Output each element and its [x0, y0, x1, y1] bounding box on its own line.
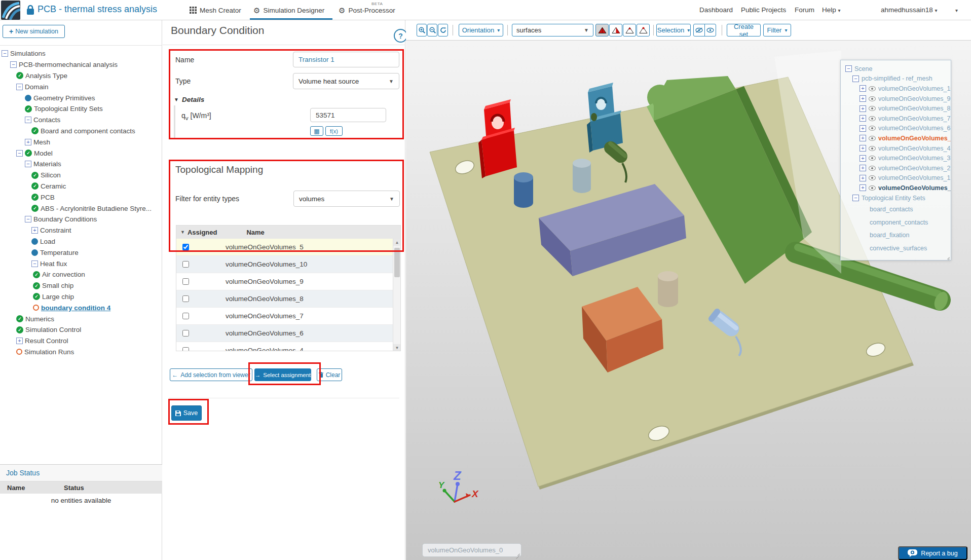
collapse-icon[interactable]: −	[2, 50, 8, 57]
scroll-down-icon[interactable]: ▼	[393, 344, 401, 351]
tree-item[interactable]: −Contacts	[0, 115, 162, 126]
tree-item[interactable]: Temperature	[0, 247, 162, 258]
render-mode-solid-button[interactable]	[595, 24, 609, 36]
table-row[interactable]: volumeOnGeoVolumes_9	[176, 273, 393, 290]
assigned-checkbox[interactable]	[182, 313, 189, 319]
add-selection-button[interactable]: ← Add selection from viewer	[170, 368, 252, 381]
render-mode-wireframe-button[interactable]	[623, 24, 636, 36]
expand-icon[interactable]: +	[16, 338, 23, 344]
collapse-icon[interactable]: −	[25, 117, 31, 123]
expand-icon[interactable]: +	[25, 139, 31, 145]
assigned-checkbox[interactable]	[182, 295, 189, 302]
assigned-checkbox[interactable]	[182, 330, 189, 337]
refresh-button[interactable]	[438, 24, 448, 36]
eye-icon[interactable]	[869, 146, 876, 151]
assigned-column-header[interactable]: Assigned	[188, 229, 217, 236]
table-scrollbar[interactable]: ▲ ▼	[393, 239, 400, 351]
render-mode-points-button[interactable]	[637, 24, 650, 36]
create-set-button[interactable]: Create set	[727, 24, 761, 36]
scene-tree-item[interactable]: board_fixation	[841, 229, 951, 242]
collapse-icon[interactable]: −	[10, 61, 17, 68]
tree-item[interactable]: ✓Topological Entity Sets	[0, 103, 162, 115]
selection-dropdown[interactable]: Selection ▾	[656, 24, 691, 36]
expand-icon[interactable]: +	[860, 184, 866, 191]
assigned-checkbox[interactable]	[182, 261, 189, 268]
collapse-icon[interactable]: −	[16, 150, 23, 157]
save-button[interactable]: Save	[171, 405, 202, 421]
tree-item[interactable]: ✓Air convection	[0, 269, 162, 280]
clear-button[interactable]: Clear	[317, 368, 342, 381]
collapse-icon[interactable]: −	[31, 260, 38, 267]
expand-icon[interactable]: +	[860, 175, 866, 181]
details-toggle[interactable]: ▼ Details	[174, 96, 204, 103]
tree-item[interactable]: −Materials	[0, 159, 162, 170]
new-simulation-button[interactable]: + New simulation	[3, 25, 65, 38]
expand-icon[interactable]: +	[860, 125, 866, 132]
scene-tree-item[interactable]: +volumeOnGeoVolumes_4	[841, 143, 951, 154]
scene-tree-item[interactable]: −Scene	[841, 64, 951, 74]
resize-handle[interactable]	[945, 254, 950, 259]
tree-item[interactable]: −✓Model	[0, 147, 162, 159]
select-assignment-button[interactable]: → Select assignment	[254, 368, 311, 381]
scrollbar-thumb[interactable]	[394, 248, 400, 277]
tree-item[interactable]: −Domain	[0, 81, 162, 92]
orientation-dropdown[interactable]: Orientation ▾	[459, 24, 503, 36]
tree-item[interactable]: ✓Small chip	[0, 280, 162, 291]
tree-item[interactable]: Simulation Runs	[0, 347, 162, 358]
tab-post-processor[interactable]: ⚙ Post-Processor	[339, 0, 395, 20]
tree-item[interactable]: −PCB-thermomechanical analysis	[0, 59, 162, 70]
expand-icon[interactable]: +	[860, 155, 866, 162]
tree-item[interactable]: Geometry Primitives	[0, 92, 162, 103]
tree-item[interactable]: ✓Numerics	[0, 313, 162, 324]
name-column-header[interactable]: Name	[246, 229, 264, 236]
tree-item[interactable]: ✓Ceramic	[0, 181, 162, 192]
eye-icon[interactable]	[869, 86, 876, 91]
tree-item[interactable]: boundary condition 4	[0, 302, 162, 313]
table-row[interactable]: volumeOnGeoVolumes_10	[176, 256, 393, 273]
eye-icon[interactable]	[869, 136, 876, 141]
eye-icon[interactable]	[869, 175, 876, 180]
nav-help-menu[interactable]: Help ▾	[822, 6, 841, 14]
eye-icon[interactable]	[869, 96, 876, 101]
table-input-button[interactable]: ▦	[310, 126, 323, 136]
table-row[interactable]: volumeOnGeoVolumes_5	[176, 239, 393, 256]
collapse-icon[interactable]: −	[16, 84, 23, 90]
tree-item[interactable]: ✓Board and component contacts	[0, 126, 162, 137]
sort-icon[interactable]: ▼	[180, 230, 185, 235]
collapse-icon[interactable]: −	[852, 195, 859, 201]
tree-item[interactable]: +Constraint	[0, 225, 162, 236]
expand-icon[interactable]: +	[860, 145, 866, 152]
tan-capacitor[interactable]	[658, 271, 678, 307]
tree-item[interactable]: ✓PCB	[0, 192, 162, 203]
eye-icon[interactable]	[869, 106, 876, 111]
expand-icon[interactable]: +	[860, 105, 866, 112]
nav-dashboard[interactable]: Dashboard	[699, 6, 733, 14]
report-bug-button[interactable]: Report a bug	[898, 546, 967, 560]
tab-simulation-designer[interactable]: ⚙ Simulation Designer	[253, 0, 324, 20]
scene-tree-item[interactable]: +volumeOnGeoVolumes_7	[841, 114, 951, 124]
scene-tree-item[interactable]: +volumeOnGeoVolumes_10	[841, 84, 951, 94]
type-select[interactable]: Volume heat source ▼	[293, 73, 399, 89]
extra-menu[interactable]: ▾	[955, 6, 958, 14]
assigned-checkbox[interactable]	[182, 347, 189, 351]
eye-icon[interactable]	[869, 166, 876, 171]
collapse-icon[interactable]: −	[25, 161, 31, 167]
table-row[interactable]: volumeOnGeoVolumes_8	[176, 290, 393, 308]
help-button[interactable]: ?	[394, 29, 407, 43]
scene-tree-item[interactable]: +volumeOnGeoVolumes_9	[841, 94, 951, 104]
expand-icon[interactable]: +	[860, 95, 866, 102]
expand-icon[interactable]: +	[860, 85, 866, 92]
render-mode-surface-wire-button[interactable]	[609, 24, 622, 36]
tree-item[interactable]: +Mesh	[0, 136, 162, 147]
zoom-out-button[interactable]	[427, 24, 437, 36]
eye-icon[interactable]	[869, 116, 876, 121]
scene-tree-item[interactable]: +volumeOnGeoVolumes_3	[841, 153, 951, 163]
filter-dropdown[interactable]: Filter ▾	[763, 24, 791, 36]
tree-item[interactable]: ✓Simulation Control	[0, 324, 162, 335]
collapse-icon[interactable]: −	[25, 216, 31, 222]
table-row[interactable]: volumeOnGeoVolumes_7	[176, 308, 393, 325]
tree-item[interactable]: +Result Control	[0, 335, 162, 347]
tree-item[interactable]: Load	[0, 236, 162, 247]
tree-item[interactable]: −Simulations	[0, 48, 162, 59]
scene-tree-item[interactable]: +volumeOnGeoVolumes_1	[841, 173, 951, 183]
